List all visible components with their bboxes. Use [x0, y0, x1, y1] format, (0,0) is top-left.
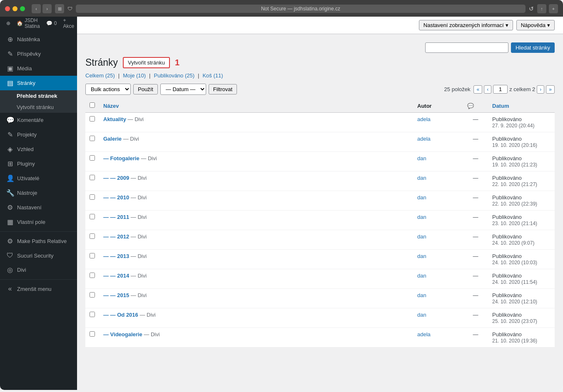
wp-logo-button[interactable]: ⊕: [6, 20, 10, 26]
sidebar-sub-item-prehled[interactable]: Přehled stránek: [0, 90, 77, 102]
sidebar-item-nastaveni[interactable]: ⚙ Nastavení: [0, 200, 77, 215]
page-name-link[interactable]: — — Od 2016: [103, 312, 138, 318]
row-checkbox-cell: [85, 230, 99, 250]
back-button[interactable]: ‹: [32, 4, 41, 13]
page-name-link[interactable]: — Fotogalerie: [103, 155, 140, 161]
new-tab-button[interactable]: +: [549, 4, 558, 13]
page-name-link[interactable]: — — 2013: [103, 253, 129, 259]
page-name-link[interactable]: Galerie: [103, 136, 122, 142]
sidebar-sub-stranky: Přehled stránek Vytvořit stránku: [0, 90, 77, 113]
new-action-button[interactable]: + Akce: [63, 17, 74, 29]
search-pages-button[interactable]: Hledat stránky: [511, 42, 555, 53]
row-select-checkbox[interactable]: [90, 312, 95, 317]
column-header-date[interactable]: Datum: [488, 99, 555, 113]
select-all-checkbox[interactable]: [90, 102, 95, 108]
date-value: 24. 10. 2020 (10:03): [492, 260, 537, 265]
forward-button[interactable]: ›: [42, 4, 52, 13]
author-link[interactable]: dan: [417, 175, 426, 181]
sidebar-item-nastepka[interactable]: ⊕ Nástěnka: [0, 32, 77, 47]
page-name-link[interactable]: — — 2015: [103, 292, 129, 298]
last-page-button[interactable]: »: [546, 85, 555, 94]
close-button[interactable]: [5, 6, 10, 11]
apply-button[interactable]: Použít: [133, 84, 158, 94]
page-name-link[interactable]: — — 2014: [103, 273, 129, 279]
row-date-cell: Publikováno 24. 10. 2020 (10:03): [488, 250, 555, 269]
author-link[interactable]: dan: [417, 312, 426, 318]
page-name-link[interactable]: — — 2011: [103, 214, 129, 220]
page-name-link[interactable]: — — 2010: [103, 194, 129, 201]
row-select-checkbox[interactable]: [90, 292, 95, 298]
minimize-button[interactable]: [12, 6, 17, 11]
row-select-checkbox[interactable]: [90, 194, 95, 200]
filter-tab-kos[interactable]: Koš (11): [202, 72, 223, 79]
page-name-link[interactable]: — Videogalerie: [103, 331, 142, 337]
prev-page-button[interactable]: ‹: [484, 85, 491, 94]
date-value: 24. 10. 2020 (9:07): [492, 240, 534, 246]
author-link[interactable]: dan: [417, 233, 426, 240]
comments-icon: 💬: [6, 116, 14, 124]
sidebar-item-projekty[interactable]: ✎ Projekty: [0, 127, 77, 142]
sidebar-item-make-paths[interactable]: ⚙ Make Paths Relative: [0, 234, 77, 248]
row-select-checkbox[interactable]: [90, 253, 95, 258]
filter-tab-moje[interactable]: Moje (10): [123, 72, 146, 79]
first-page-button[interactable]: «: [473, 85, 482, 94]
page-number-input[interactable]: [493, 85, 508, 94]
page-name-link[interactable]: — — 2009: [103, 175, 129, 181]
sidebar-sub-item-vytvorit[interactable]: Vytvořit stránku: [0, 102, 77, 113]
author-link[interactable]: dan: [417, 194, 426, 201]
search-input[interactable]: [425, 42, 508, 53]
sidebar-item-divi[interactable]: ◎ Divi: [0, 263, 77, 277]
page-name-link[interactable]: Aktuality: [103, 116, 126, 122]
table-row: Aktuality — Divi adela — Publikováno 27.…: [85, 113, 555, 132]
author-link[interactable]: dan: [417, 155, 426, 161]
sidebar-item-vzhled[interactable]: ◈ Vzhled: [0, 142, 77, 156]
tab-grid-button[interactable]: ⊞: [55, 4, 64, 13]
author-link[interactable]: dan: [417, 253, 426, 259]
author-link[interactable]: adela: [417, 116, 431, 122]
row-select-checkbox[interactable]: [90, 273, 95, 278]
date-status: Publikováno: [492, 136, 522, 142]
filter-button[interactable]: Filtrovat: [209, 84, 237, 94]
author-link[interactable]: adela: [417, 331, 431, 337]
create-page-button[interactable]: Vytvořit stránku: [123, 57, 170, 68]
sidebar-item-prispevky[interactable]: ✎ Příspěvky: [0, 47, 77, 61]
sidebar-item-uzivatele[interactable]: 👤 Uživatelé: [0, 171, 77, 186]
reload-button[interactable]: ↺: [529, 5, 534, 12]
help-button[interactable]: Nápověda ▾: [516, 20, 555, 30]
row-select-checkbox[interactable]: [90, 233, 95, 239]
site-name-link[interactable]: 🏠 JSDH Slatina: [17, 17, 40, 29]
filter-tab-publikovano[interactable]: Publikováno (25): [154, 72, 195, 79]
author-link[interactable]: dan: [417, 273, 426, 279]
row-select-checkbox[interactable]: [90, 175, 95, 180]
row-select-checkbox[interactable]: [90, 136, 95, 141]
sidebar-item-komentare[interactable]: 💬 Komentáře: [0, 113, 77, 127]
author-link[interactable]: dan: [417, 214, 426, 220]
author-link[interactable]: adela: [417, 136, 431, 142]
sidebar-item-collapse[interactable]: « Zmenšit menu: [0, 282, 77, 296]
address-bar[interactable]: Not Secure — jsdhslatina.origine.cz: [76, 5, 526, 13]
sidebar-item-nastroje[interactable]: 🔧 Nástroje: [0, 186, 77, 200]
author-link[interactable]: dan: [417, 292, 426, 298]
sidebar-item-stranky[interactable]: ▤ Stránky: [0, 76, 77, 90]
sidebar-item-vlastni-pole[interactable]: ▦ Vlastní pole: [0, 215, 77, 229]
maximize-button[interactable]: [20, 6, 25, 11]
page-name-link[interactable]: — — 2012: [103, 233, 129, 240]
date-filter-select[interactable]: — Datum —: [160, 84, 206, 95]
page-template: — Divi: [131, 292, 147, 298]
screen-options-button[interactable]: Nastavení zobrazených informací ▾: [419, 20, 513, 30]
column-header-name[interactable]: Název: [99, 99, 413, 113]
filter-tab-celkem[interactable]: Celkem (25): [85, 72, 115, 79]
sidebar-label-projekty: Projekty: [17, 131, 37, 138]
row-select-checkbox[interactable]: [90, 331, 95, 337]
sidebar-item-pluginy[interactable]: ⊞ Pluginy: [0, 156, 77, 171]
next-page-button[interactable]: ›: [537, 85, 544, 94]
comments-button[interactable]: 💬 0: [46, 20, 57, 26]
sidebar-item-media[interactable]: ▣ Média: [0, 61, 77, 76]
share-button[interactable]: ↑: [537, 4, 546, 13]
screen-options-bar: Nastavení zobrazených informací ▾ Nápově…: [77, 17, 563, 34]
bulk-actions-select[interactable]: Bulk actions: [85, 84, 131, 95]
row-select-checkbox[interactable]: [90, 155, 95, 161]
row-select-checkbox[interactable]: [90, 214, 95, 219]
sidebar-item-sucuri[interactable]: 🛡 Sucuri Security: [0, 248, 77, 263]
row-select-checkbox[interactable]: [90, 116, 95, 122]
